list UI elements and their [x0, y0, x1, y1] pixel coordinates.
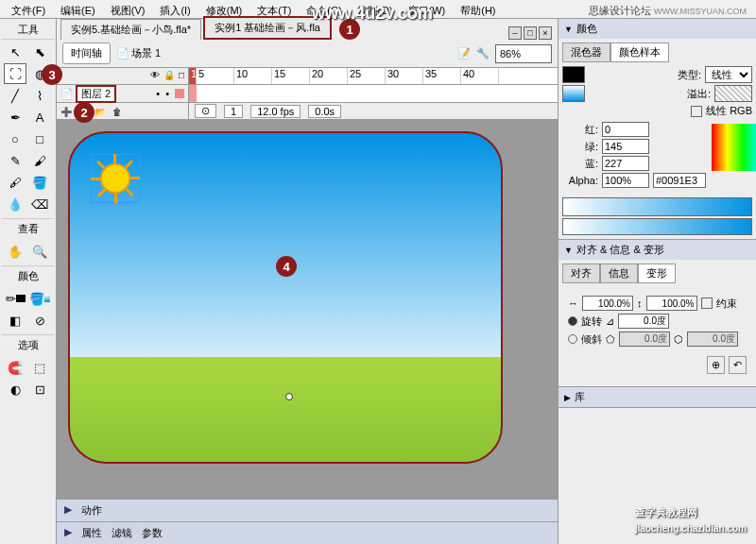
linear-rgb-checkbox[interactable]	[691, 106, 702, 117]
frame-track[interactable]	[189, 85, 558, 102]
properties-tab[interactable]: 属性	[81, 526, 102, 540]
hue-picker[interactable]	[712, 124, 756, 171]
gradient-type-select[interactable]: 线性	[705, 66, 752, 83]
gradient-stops[interactable]	[562, 218, 752, 235]
add-layer-icon[interactable]: ➕	[59, 105, 74, 118]
overflow-label: 溢出:	[675, 87, 711, 101]
params-tab[interactable]: 参数	[142, 526, 163, 540]
red-input[interactable]	[602, 122, 649, 137]
text-tool[interactable]: A	[28, 107, 51, 128]
pencil-tool[interactable]: ✎	[4, 150, 26, 171]
height-input[interactable]	[646, 296, 697, 311]
minimize-button[interactable]: –	[508, 26, 522, 40]
transform-tab[interactable]: 变形	[638, 264, 676, 283]
rectangle-tool[interactable]: □	[28, 128, 51, 149]
time-display: 0.0s	[308, 105, 341, 118]
onion-skin-icon[interactable]: ⊙	[195, 104, 216, 118]
free-transform-tool[interactable]: ⛶	[4, 63, 26, 84]
mixer-tab[interactable]: 混色器	[562, 42, 610, 62]
collapse-icon[interactable]: ▼	[564, 246, 573, 255]
rotate-radio[interactable]	[568, 316, 577, 326]
menu-modify[interactable]: 修改(M)	[198, 2, 250, 16]
option-2[interactable]: ⬚	[28, 357, 51, 378]
expand-icon[interactable]: ▶	[64, 503, 72, 518]
bw-swap[interactable]: ◧	[4, 310, 26, 331]
eyedropper-tool[interactable]: 💧	[4, 194, 26, 214]
maximize-button[interactable]: □	[524, 26, 537, 40]
eraser-tool[interactable]: ⌫	[28, 194, 51, 214]
ink-bottle-tool[interactable]: 🖋	[4, 172, 26, 193]
menu-text[interactable]: 文本(T)	[249, 2, 299, 16]
linear-rgb-label: 线性 RGB	[706, 104, 752, 118]
sun-icon	[102, 165, 129, 192]
brush-tool[interactable]: 🖌	[28, 150, 51, 171]
option-3[interactable]: ◐	[4, 379, 26, 400]
canvas-area[interactable]: 4	[57, 120, 558, 499]
subselection-tool[interactable]: ⬉	[28, 42, 51, 62]
layer-name[interactable]: 图层 2	[76, 85, 116, 103]
swatches-tab[interactable]: 颜色样本	[610, 42, 669, 62]
menu-help[interactable]: 帮助(H)	[453, 2, 503, 16]
paint-bucket-tool[interactable]: 🪣	[28, 172, 51, 193]
fill-color[interactable]: 🪣	[28, 288, 51, 309]
skew-radio[interactable]	[568, 334, 577, 344]
delete-layer-icon[interactable]: 🗑	[110, 105, 125, 118]
zoom-select[interactable]	[495, 44, 552, 63]
frame-info: ⊙ 1 12.0 fps 0.0s	[189, 103, 558, 119]
oval-tool[interactable]: ○	[4, 128, 26, 149]
view-section: 查看	[2, 218, 54, 239]
hand-tool[interactable]: ✋	[4, 241, 26, 262]
callout-4: 4	[276, 256, 297, 277]
green-input[interactable]	[602, 139, 649, 154]
edit-scene-icon[interactable]: 📝	[457, 47, 471, 60]
info-tab[interactable]: 信息	[600, 264, 638, 283]
edit-symbol-icon[interactable]: 🔧	[476, 47, 490, 60]
stroke-swatch[interactable]	[562, 66, 585, 83]
blue-input[interactable]	[602, 156, 649, 171]
add-folder-icon[interactable]: 📂	[93, 105, 108, 118]
eye-icon[interactable]: 👁	[150, 70, 160, 80]
color-panel: ▼颜色 混色器 颜色样本 类型: 线性 溢出:	[558, 19, 756, 240]
fill-swatch[interactable]	[562, 85, 585, 102]
menu-insert[interactable]: 插入(I)	[152, 2, 198, 16]
copy-transform-icon[interactable]: ⊕	[707, 356, 725, 374]
filters-tab[interactable]: 滤镜	[112, 526, 132, 540]
timeline-ruler[interactable]: 1 510152025303540	[189, 68, 558, 84]
outline-icon[interactable]: □	[179, 70, 184, 80]
close-button[interactable]: ×	[539, 26, 552, 40]
timeline-button[interactable]: 时间轴	[62, 42, 111, 64]
tab-1[interactable]: 实例5.基础绘画－小鸟.fla*	[60, 19, 201, 40]
expand-icon[interactable]: ▶	[564, 393, 571, 402]
width-input[interactable]	[582, 296, 633, 311]
constrain-checkbox[interactable]	[701, 298, 713, 309]
zoom-tool[interactable]: 🔍	[28, 241, 51, 262]
menu-edit[interactable]: 编辑(E)	[53, 2, 103, 16]
menu-view[interactable]: 视图(V)	[103, 2, 153, 16]
lasso-tool[interactable]: ⌇	[28, 85, 51, 106]
selection-tool[interactable]: ↖	[4, 42, 26, 62]
stage[interactable]: 4	[68, 131, 503, 464]
overflow-swatch[interactable]	[714, 85, 752, 102]
line-tool[interactable]: ╱	[4, 85, 26, 106]
menu-file[interactable]: 文件(F)	[4, 2, 53, 16]
alpha-input[interactable]	[602, 173, 649, 188]
sun-symbol[interactable]	[91, 154, 140, 203]
scene-selector[interactable]: 📄场景 1	[116, 46, 161, 60]
snap-option[interactable]: 🧲	[4, 357, 26, 378]
rotate-input[interactable]	[618, 314, 669, 329]
gradient-preview[interactable]	[562, 197, 752, 216]
align-tab[interactable]: 对齐	[562, 264, 600, 283]
pen-tool[interactable]: ✒	[4, 107, 26, 128]
current-frame: 1	[224, 105, 243, 118]
option-4[interactable]: ⊡	[28, 379, 51, 400]
options-section: 选项	[2, 334, 54, 355]
collapse-icon[interactable]: ▼	[564, 25, 573, 34]
no-color[interactable]: ⊘	[28, 310, 51, 331]
layer-row[interactable]: 📄 图层 2 ••	[57, 85, 189, 102]
stroke-color[interactable]: ✏	[4, 288, 26, 309]
lock-icon[interactable]: 🔒	[163, 70, 175, 80]
reset-transform-icon[interactable]: ↶	[729, 356, 747, 374]
hex-input[interactable]	[653, 173, 706, 188]
actions-panel[interactable]: 动作	[81, 503, 102, 518]
expand-icon[interactable]: ▶	[64, 526, 72, 540]
